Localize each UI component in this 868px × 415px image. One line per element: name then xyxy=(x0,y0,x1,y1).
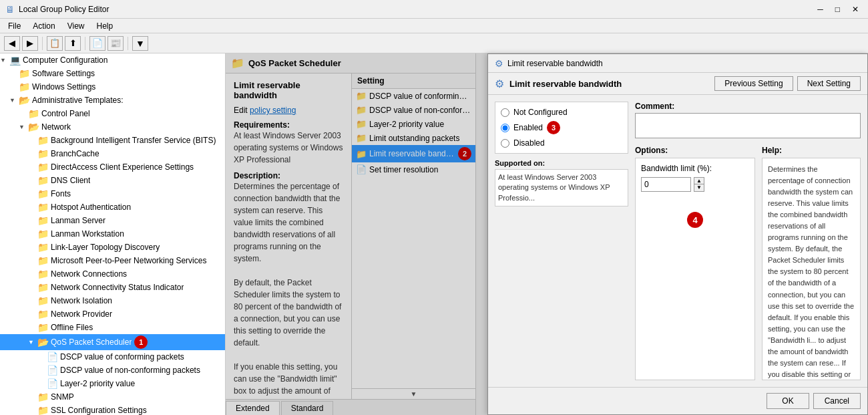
badge-4: 4 xyxy=(687,212,703,228)
tree-item-bits[interactable]: 📁Background Intelligent Transfer Service… xyxy=(0,134,225,147)
menu-file[interactable]: File xyxy=(3,20,26,32)
close-btn[interactable]: ✕ xyxy=(848,5,863,14)
tree-toggle-admin-templates[interactable]: ▼ xyxy=(9,97,19,104)
tree-item-label: DirectAccess Client Experience Settings xyxy=(51,162,194,172)
dialog-toolbar: ⚙ Limit reservable bandwidth Previous Se… xyxy=(488,73,867,95)
tree-item-ncsi[interactable]: 📁Network Connectivity Status Indicator xyxy=(0,281,225,294)
radio-enabled[interactable]: Enabled 3 xyxy=(501,121,622,134)
comment-section: Comment: xyxy=(635,102,861,140)
bandwidth-input[interactable] xyxy=(641,177,691,192)
tree-item-label: Background Intelligent Transfer Service … xyxy=(51,136,216,145)
maximize-btn[interactable]: □ xyxy=(831,5,844,14)
tree-toggle-network[interactable]: ▼ xyxy=(19,124,28,130)
radio-not-configured[interactable]: Not Configured xyxy=(501,108,622,117)
title-bar: 🖥 Local Group Policy Editor ─ □ ✕ xyxy=(0,0,868,19)
dialog-overlay: ⚙ Limit reservable bandwidth ⚙ Limit res… xyxy=(226,53,868,415)
tree-item-label: Network xyxy=(41,122,71,132)
tree-item-label: Network Provider xyxy=(51,309,112,319)
tree-item-software-settings[interactable]: 📁Software Settings xyxy=(0,67,225,80)
back-btn[interactable]: ◀ xyxy=(4,36,20,51)
spinner-up[interactable]: ▲ xyxy=(694,177,704,184)
tree-item-computer-config[interactable]: ▼💻Computer Configuration xyxy=(0,53,225,67)
show-hide-btn[interactable]: 📋 xyxy=(47,36,63,51)
spinner-down[interactable]: ▼ xyxy=(694,184,704,192)
tree-item-offline-files[interactable]: 📁Offline Files xyxy=(0,321,225,334)
bandwidth-label: Bandwidth limit (%): xyxy=(641,164,712,173)
tree-item-windows-settings[interactable]: 📁Windows Settings xyxy=(0,80,225,94)
tree-item-directaccess[interactable]: 📁DirectAccess Client Experience Settings xyxy=(0,160,225,174)
app-icon: 🖥 xyxy=(5,4,15,15)
radio-label-not-configured: Not Configured xyxy=(513,108,568,117)
tree-item-layer2-priority[interactable]: 📄Layer-2 priority value xyxy=(0,377,225,390)
up-btn[interactable]: ⬆ xyxy=(65,36,81,51)
cancel-button[interactable]: Cancel xyxy=(813,393,861,409)
properties-btn[interactable]: 📄 xyxy=(89,36,105,51)
radio-input-not-configured[interactable] xyxy=(501,108,509,117)
prev-setting-btn[interactable]: Previous Setting xyxy=(714,76,793,91)
radio-label-disabled: Disabled xyxy=(513,138,545,148)
dialog-toolbar-title: Limit reservable bandwidth xyxy=(509,79,622,89)
tree-item-label: DNS Client xyxy=(51,176,90,185)
tree-item-label: Network Isolation xyxy=(51,296,112,305)
radio-group: Not Configured Enabled 3 Disabled xyxy=(495,102,628,154)
forward-btn[interactable]: ▶ xyxy=(22,36,38,51)
filter-btn[interactable]: ▼ xyxy=(132,36,148,51)
tree-item-lanman-workstation[interactable]: 📁Lanman Workstation xyxy=(0,227,225,241)
help-label: Help: xyxy=(762,146,861,155)
dialog-title-bar: ⚙ Limit reservable bandwidth xyxy=(488,54,867,73)
tree-item-network-isolation[interactable]: 📁Network Isolation xyxy=(0,294,225,307)
app-title: Local Group Policy Editor xyxy=(19,5,109,14)
tree-toggle-qos-scheduler[interactable]: ▼ xyxy=(28,339,37,345)
tree-item-network-connections[interactable]: 📁Network Connections xyxy=(0,267,225,281)
tree-item-network-provider[interactable]: 📁Network Provider xyxy=(0,307,225,321)
tree-item-label: Administrative Templates: xyxy=(32,96,124,105)
tree-item-qos-scheduler[interactable]: ▼📂QoS Packet Scheduler1 xyxy=(0,334,225,350)
tree-item-hotspot[interactable]: 📁Hotspot Authentication xyxy=(0,200,225,214)
tree-item-lltd[interactable]: 📁Link-Layer Topology Discovery xyxy=(0,241,225,254)
tree-item-snmp[interactable]: 📁SNMP xyxy=(0,390,225,404)
tree-item-network[interactable]: ▼📂Network xyxy=(0,120,225,134)
tree-item-label: QoS Packet Scheduler xyxy=(51,337,132,347)
tree-item-label: Lanman Workstation xyxy=(51,229,124,239)
tree-item-dscp-conforming[interactable]: 📄DSCP value of conforming packets xyxy=(0,350,225,364)
tree-item-admin-templates[interactable]: ▼📂Administrative Templates: xyxy=(0,94,225,107)
menu-help[interactable]: Help xyxy=(91,20,119,32)
dialog-toolbar-icon: ⚙ xyxy=(495,78,504,90)
tree-item-ssl-config[interactable]: 📁SSL Configuration Settings xyxy=(0,404,225,415)
tree-item-control-panel[interactable]: 📁Control Panel xyxy=(0,107,225,120)
tree-item-label: Windows Settings xyxy=(32,82,95,92)
tree-item-label: Control Panel xyxy=(41,109,90,118)
tree-item-dns-client[interactable]: 📁DNS Client xyxy=(0,174,225,187)
ok-button[interactable]: OK xyxy=(767,393,809,409)
tree-item-ms-p2p[interactable]: 📁Microsoft Peer-to-Peer Networking Servi… xyxy=(0,254,225,267)
tree-item-label: Link-Layer Topology Discovery xyxy=(51,243,160,252)
dialog: ⚙ Limit reservable bandwidth ⚙ Limit res… xyxy=(487,53,868,415)
radio-label-enabled: Enabled xyxy=(513,123,543,132)
menu-view[interactable]: View xyxy=(62,20,90,32)
tree-item-dscp-nonconforming[interactable]: 📄DSCP value of non-conforming packets xyxy=(0,364,225,377)
tree-panel: ▼💻Computer Configuration📁Software Settin… xyxy=(0,53,226,415)
dialog-footer: OK Cancel xyxy=(488,387,867,414)
options-label: Options: xyxy=(635,146,755,155)
ext-view-btn[interactable]: 📰 xyxy=(107,36,124,51)
minimize-btn[interactable]: ─ xyxy=(813,5,827,14)
radio-input-enabled[interactable] xyxy=(501,124,509,132)
radio-disabled[interactable]: Disabled xyxy=(501,138,622,148)
comment-input[interactable] xyxy=(635,113,861,138)
next-setting-btn[interactable]: Next Setting xyxy=(797,76,861,91)
tree-item-branchcache[interactable]: 📁BranchCache xyxy=(0,147,225,160)
tree-item-label: DSCP value of non-conforming packets xyxy=(60,366,200,375)
tree-item-label: BranchCache xyxy=(51,149,99,158)
tree-item-label: Layer-2 priority value xyxy=(60,379,135,388)
radio-input-disabled[interactable] xyxy=(501,139,509,148)
tree-item-lanman-server[interactable]: 📁Lanman Server xyxy=(0,214,225,227)
tree-toggle-computer-config[interactable]: ▼ xyxy=(0,57,9,63)
tree-item-label: SNMP xyxy=(51,392,74,402)
menu-bar: File Action View Help xyxy=(0,19,868,33)
supported-on-section: Supported on: At least Windows Server 20… xyxy=(495,159,628,206)
tree-item-fonts[interactable]: 📁Fonts xyxy=(0,187,225,200)
help-text: Determines the percentage of connection … xyxy=(762,158,861,380)
menu-action[interactable]: Action xyxy=(27,20,60,32)
options-area: Bandwidth limit (%): ▲ ▼ xyxy=(635,158,755,380)
comment-label: Comment: xyxy=(635,102,861,111)
